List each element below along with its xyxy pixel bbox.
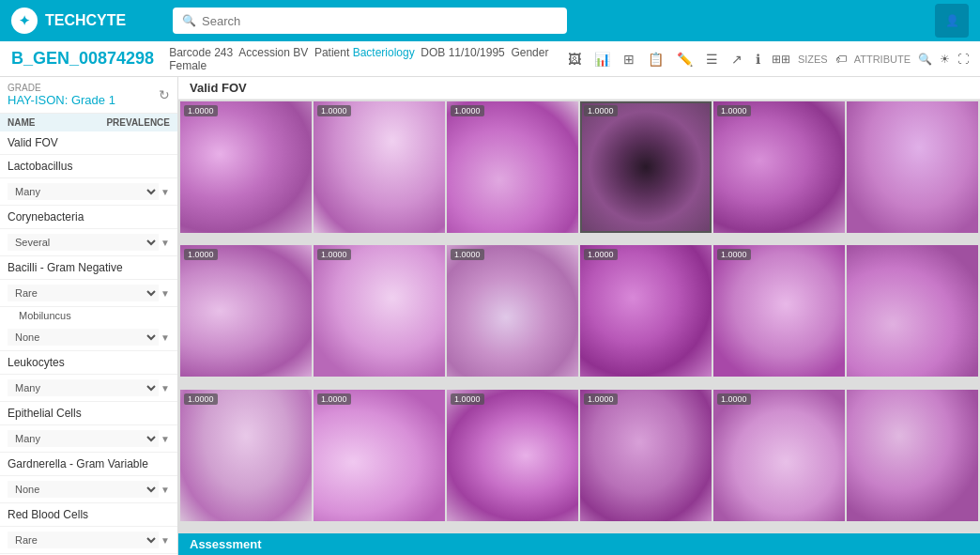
chevron-down-icon: ▼ xyxy=(161,485,170,495)
grid-icon[interactable]: ⊞ xyxy=(620,50,638,69)
topbar: ✦ TECHCYTE 🔍 👤 xyxy=(0,0,980,41)
gardnerella-select[interactable]: None xyxy=(8,481,159,498)
sidebar-dropdown-rbc[interactable]: Rare ▼ xyxy=(0,527,177,554)
score-badge: 1.0000 xyxy=(184,393,218,405)
lactobacillus-select[interactable]: Many xyxy=(8,183,159,200)
image-cell[interactable]: 1.0000 xyxy=(713,101,845,233)
image-cell[interactable]: 1.0000 xyxy=(180,245,312,377)
score-badge: 1.0000 xyxy=(584,105,618,116)
image-cell[interactable]: 1.0000 xyxy=(713,390,845,521)
sidebar: Grade HAY-ISON: Grade 1 ↻ NAME PREVALENC… xyxy=(0,77,178,555)
bacilli-select[interactable]: Rare xyxy=(8,285,159,301)
image-cell[interactable]: 1.0000 xyxy=(580,101,712,233)
patient-value: Bacteriology xyxy=(353,46,415,59)
image-cell[interactable]: 1.0000 xyxy=(180,101,312,233)
corynebacteria-select[interactable]: Several xyxy=(8,234,159,251)
sidebar-dropdown-gardnerella[interactable]: None ▼ xyxy=(0,476,177,503)
share-icon[interactable]: ↗ xyxy=(727,50,746,69)
sidebar-dropdown-epithelial[interactable]: Many ▼ xyxy=(0,425,177,453)
barcode-label: Barcode xyxy=(169,46,214,59)
sidebar-item-leukocytes: Leukocytes xyxy=(0,351,177,375)
image-cell[interactable]: 1.0000 xyxy=(580,390,712,521)
score-badge: 1.0000 xyxy=(451,393,484,405)
leukocytes-select[interactable]: Many xyxy=(8,379,159,396)
score-badge: 1.0000 xyxy=(717,105,751,116)
patient-label: Patient xyxy=(312,46,353,59)
attribute-icon: 🏷 xyxy=(835,53,847,66)
image-cell[interactable] xyxy=(847,245,978,377)
main-layout: Grade HAY-ISON: Grade 1 ↻ NAME PREVALENC… xyxy=(0,77,980,555)
image-cell[interactable]: 1.0000 xyxy=(713,245,845,377)
sidebar-dropdown-lactobacillus[interactable]: Many ▼ xyxy=(0,178,177,206)
column-headers: NAME PREVALENCE xyxy=(0,114,177,131)
score-badge: 1.0000 xyxy=(584,393,618,405)
list-icon[interactable]: ☰ xyxy=(702,50,722,69)
accession-value: BV xyxy=(293,46,308,59)
sidebar-item-epithelial-cells: Epithelial Cells xyxy=(0,402,177,425)
chevron-down-icon: ▼ xyxy=(161,434,170,444)
image-cell[interactable]: 1.0000 xyxy=(447,390,578,521)
zoom-icon[interactable]: 🔍 xyxy=(918,53,932,66)
edit-icon[interactable]: ✏️ xyxy=(673,50,697,69)
patient-title: B_GEN_00874298 xyxy=(11,49,154,69)
sizes-label[interactable]: SIZES xyxy=(798,54,828,65)
sidebar-dropdown-mobiluncus[interactable]: None ▼ xyxy=(0,324,177,351)
sidebar-dropdown-leukocytes[interactable]: Many ▼ xyxy=(0,375,177,402)
chevron-down-icon: ▼ xyxy=(161,288,170,299)
user-avatar[interactable]: 👤 xyxy=(935,4,969,38)
sidebar-item-mobiluncus: Mobiluncus xyxy=(0,307,177,324)
content-area: Valid FOV 1.00001.00001.00001.00001.0000… xyxy=(178,77,980,555)
mobiluncus-select[interactable]: None xyxy=(8,329,159,346)
image-icon[interactable]: 🖼 xyxy=(564,50,585,69)
sizes-icon: ⊞⊞ xyxy=(772,53,790,66)
grade-label: Grade xyxy=(8,83,115,93)
expand-icon[interactable]: ⛶ xyxy=(957,53,969,66)
grade-value: HAY-ISON: Grade 1 xyxy=(8,93,115,107)
col-prevalence-header: PREVALENCE xyxy=(95,117,170,128)
image-cell[interactable]: 1.0000 xyxy=(580,245,712,377)
search-bar[interactable]: 🔍 xyxy=(173,8,567,34)
score-badge: 1.0000 xyxy=(184,105,218,116)
copy-icon[interactable]: 📋 xyxy=(644,50,667,69)
image-cell[interactable]: 1.0000 xyxy=(180,390,312,521)
user-icon: 👤 xyxy=(945,14,959,27)
logo-icon: ✦ xyxy=(11,8,38,34)
score-badge: 1.0000 xyxy=(451,249,484,260)
image-grid: 1.00001.00001.00001.00001.00001.00001.00… xyxy=(178,100,980,533)
grade-prefix: HAY-ISON: xyxy=(8,93,68,107)
image-cell[interactable] xyxy=(847,390,978,521)
image-cell[interactable]: 1.0000 xyxy=(447,101,578,233)
chevron-down-icon: ▼ xyxy=(161,187,170,197)
rbc-select[interactable]: Rare xyxy=(8,532,159,548)
barcode-value: 243 xyxy=(214,46,233,59)
sidebar-dropdown-corynebacteria[interactable]: Several ▼ xyxy=(0,229,177,256)
sidebar-item-bacilli: Bacilli - Gram Negative xyxy=(0,256,177,280)
score-badge: 1.0000 xyxy=(317,105,351,116)
assessment-bar[interactable]: Assessment xyxy=(178,533,980,555)
search-input[interactable] xyxy=(202,14,558,28)
image-cell[interactable]: 1.0000 xyxy=(314,101,445,233)
refresh-icon[interactable]: ↻ xyxy=(159,87,170,102)
brightness-icon[interactable]: ☀ xyxy=(940,53,950,66)
image-cell[interactable]: 1.0000 xyxy=(447,245,578,377)
score-badge: 1.0000 xyxy=(451,105,484,116)
image-cell[interactable] xyxy=(847,101,978,233)
info-icon[interactable]: ℹ xyxy=(752,50,764,69)
score-badge: 1.0000 xyxy=(717,249,751,260)
score-badge: 1.0000 xyxy=(317,393,351,405)
attribute-label[interactable]: ATTRIBUTE xyxy=(854,54,911,65)
dob-label: DOB xyxy=(418,46,449,59)
grade-area: Grade HAY-ISON: Grade 1 ↻ xyxy=(0,77,177,114)
logo-area: ✦ TECHCYTE xyxy=(11,8,161,34)
chart-icon[interactable]: 📊 xyxy=(590,50,614,69)
image-cell[interactable]: 1.0000 xyxy=(314,245,445,377)
sidebar-item-valid-fov[interactable]: Valid FOV xyxy=(0,131,177,155)
gender-value: Female xyxy=(169,59,207,72)
image-cell[interactable]: 1.0000 xyxy=(314,390,445,521)
score-badge: 1.0000 xyxy=(184,249,218,260)
chevron-down-icon: ▼ xyxy=(161,332,170,343)
sidebar-dropdown-bacilli[interactable]: Rare ▼ xyxy=(0,280,177,307)
chevron-down-icon: ▼ xyxy=(161,238,170,248)
search-icon: 🔍 xyxy=(182,14,196,27)
epithelial-select[interactable]: Many xyxy=(8,430,159,447)
